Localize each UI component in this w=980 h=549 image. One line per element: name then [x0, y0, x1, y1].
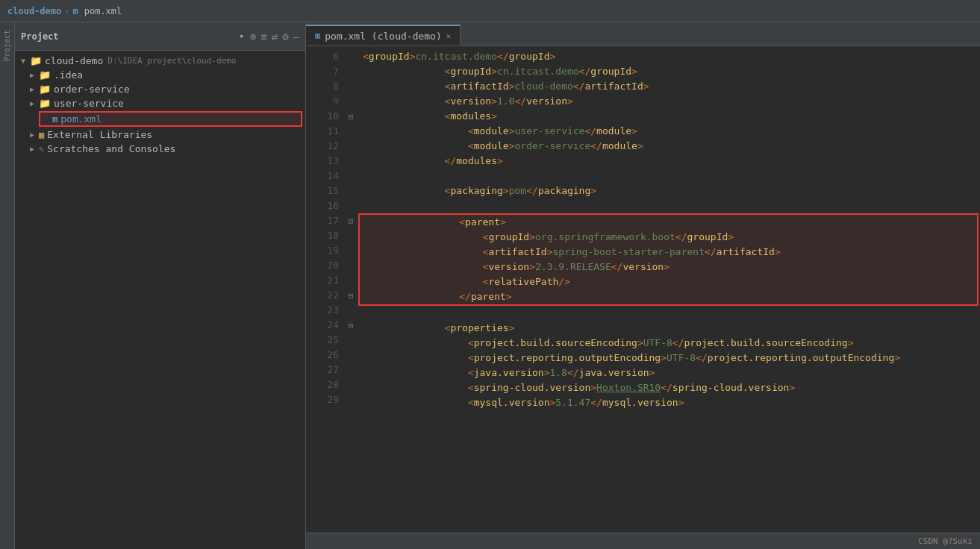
- gutter-21: [345, 273, 357, 288]
- label-cloud-demo: cloud-demo: [45, 55, 103, 66]
- gutter-7: [345, 64, 357, 79]
- gutter-6: [345, 49, 357, 64]
- tab-pom-xml[interactable]: m pom.xml (cloud-demo) ✕: [306, 25, 461, 46]
- gutter-12: [345, 139, 357, 154]
- gutter-17: ⊟: [345, 213, 357, 228]
- line-num-21: 21: [306, 273, 339, 288]
- tree-item-scratches[interactable]: ✎ Scratches and Consoles: [15, 142, 305, 156]
- gutter-11: [345, 124, 357, 139]
- tab-bar: m pom.xml (cloud-demo) ✕: [306, 22, 980, 46]
- arrow-external-libraries: [30, 131, 39, 139]
- scratch-icon: ✎: [39, 144, 44, 154]
- label-external-libraries: External Libraries: [47, 129, 152, 140]
- layout-icon[interactable]: ≡: [260, 31, 266, 43]
- code-line-7: <groupId>cn.itcast.demo</groupId>: [357, 64, 980, 79]
- status-bar: CSDN @?Suki: [306, 533, 980, 549]
- line-num-6: 6: [306, 49, 339, 64]
- panel-icons: ⊕ ≡ ⇄ ⚙ —: [250, 31, 299, 43]
- code-line-12: <module>order-service</module>: [357, 139, 980, 154]
- expand-icon[interactable]: ⇄: [272, 31, 278, 43]
- line-num-13: 13: [306, 154, 339, 169]
- code-line-6: <groupId>cn.itcast.demo</groupId>: [357, 49, 980, 64]
- line-num-24: 24: [306, 318, 339, 333]
- folder-icon-idea: 📁: [39, 69, 51, 81]
- line-num-20: 20: [306, 258, 339, 273]
- breadcrumb-separator: ›: [64, 6, 69, 16]
- tree-item-user-service[interactable]: 📁 user-service: [15, 96, 305, 110]
- watermark: CSDN @?Suki: [918, 536, 973, 546]
- code-line-8: <artifactId>cloud-demo</artifactId>: [357, 79, 980, 94]
- editor-area: m pom.xml (cloud-demo) ✕ 6 7 8 9 10 11 1…: [306, 22, 980, 549]
- line-num-22: 22: [306, 288, 339, 303]
- line-num-28: 28: [306, 377, 339, 392]
- folder-icon-cloud-demo: 📁: [30, 55, 42, 66]
- breadcrumb-filename: pom.xml: [84, 6, 122, 16]
- minimize-icon[interactable]: —: [293, 31, 299, 43]
- label-idea: .idea: [54, 69, 83, 81]
- folder-icon-user-service: 📁: [39, 98, 51, 109]
- gutter: ⊟ ⊟ ⊟ ⊟: [345, 46, 357, 533]
- line-num-16: 16: [306, 198, 339, 213]
- project-tree: 📁 cloud-demo D:\IDEA_project\cloud-demo …: [15, 51, 305, 549]
- line-numbers: 6 7 8 9 10 11 12 13 14 15 16 17 18 19 20…: [306, 46, 345, 533]
- line-num-18: 18: [306, 228, 339, 243]
- project-panel-header: Project ▾ ⊕ ≡ ⇄ ⚙ —: [15, 22, 305, 51]
- line-num-15: 15: [306, 183, 339, 198]
- editor-content: 6 7 8 9 10 11 12 13 14 15 16 17 18 19 20…: [306, 46, 980, 533]
- line-num-7: 7: [306, 64, 339, 79]
- line-num-26: 26: [306, 348, 339, 363]
- arrow-scratches: [30, 145, 39, 153]
- line-num-8: 8: [306, 79, 339, 94]
- project-panel: Project ▾ ⊕ ≡ ⇄ ⚙ — 📁 cloud-demo D:\IDEA…: [15, 22, 306, 549]
- settings-icon[interactable]: ⚙: [282, 31, 288, 43]
- gutter-24: ⊟: [345, 318, 357, 333]
- tree-item-cloud-demo[interactable]: 📁 cloud-demo D:\IDEA_project\cloud-demo: [15, 54, 305, 68]
- code-line-14: [357, 169, 980, 183]
- code-line-9: <version>1.0</version>: [357, 94, 980, 109]
- gutter-14: [345, 169, 357, 183]
- panel-dropdown-arrow[interactable]: ▾: [239, 31, 244, 41]
- tab-label: pom.xml (cloud-demo): [325, 31, 442, 42]
- line-num-10: 10: [306, 109, 339, 124]
- line-num-12: 12: [306, 139, 339, 154]
- gutter-28: [345, 377, 357, 392]
- gutter-13: [345, 154, 357, 169]
- add-icon[interactable]: ⊕: [250, 31, 256, 43]
- arrow-cloud-demo: [21, 57, 30, 65]
- maven-icon-pom: m: [52, 114, 57, 125]
- label-order-service: order-service: [54, 84, 130, 95]
- tree-item-idea[interactable]: 📁 .idea: [15, 68, 305, 82]
- path-cloud-demo: D:\IDEA_project\cloud-demo: [107, 56, 236, 66]
- side-stripe-label: Project: [3, 30, 11, 61]
- line-num-9: 9: [306, 94, 339, 109]
- title-bar: cloud-demo › m pom.xml: [0, 0, 980, 22]
- arrow-user-service: [30, 99, 39, 107]
- tree-item-external-libraries[interactable]: ▦ External Libraries: [15, 128, 305, 142]
- gutter-22: ⊟: [345, 288, 357, 303]
- line-num-11: 11: [306, 124, 339, 139]
- arrow-idea: [30, 71, 39, 79]
- label-user-service: user-service: [54, 98, 124, 109]
- breadcrumb-file-icon: m: [72, 6, 78, 16]
- side-stripe: Project: [0, 22, 15, 549]
- code-area[interactable]: <groupId>cn.itcast.demo</groupId> <group…: [357, 46, 980, 533]
- line-num-17: 17: [306, 213, 339, 228]
- code-line-29: <mysql.version>5.1.47</mysql.version>: [357, 395, 980, 410]
- lightbulb-icon[interactable]: 💡: [357, 215, 358, 230]
- tree-item-order-service[interactable]: 📁 order-service: [15, 82, 305, 96]
- tree-item-pom-xml[interactable]: m pom.xml: [39, 111, 302, 127]
- gutter-8: [345, 79, 357, 94]
- code-line-17: 💡 <parent>: [360, 215, 977, 230]
- gutter-23: [345, 303, 357, 318]
- code-line-22: </parent>: [360, 289, 977, 304]
- label-scratches: Scratches and Consoles: [47, 143, 175, 154]
- line-num-19: 19: [306, 243, 339, 258]
- panel-title: Project: [21, 31, 233, 42]
- breadcrumb-project: cloud-demo: [7, 6, 61, 16]
- code-line-13: </modules>: [357, 154, 980, 169]
- gutter-25: [345, 333, 357, 348]
- gutter-20: [345, 258, 357, 273]
- tab-close-button[interactable]: ✕: [446, 31, 452, 41]
- gutter-26: [345, 348, 357, 363]
- line-num-25: 25: [306, 333, 339, 348]
